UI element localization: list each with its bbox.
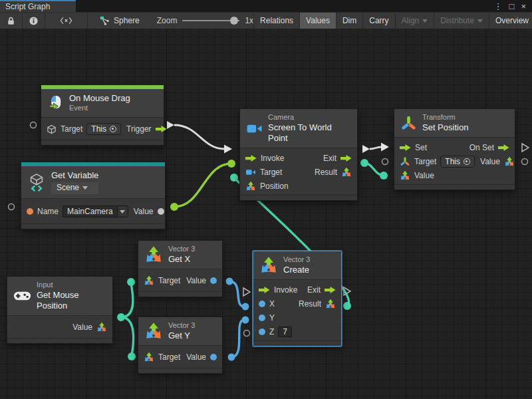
wire-trigger-to-invoke	[174, 125, 225, 149]
float-port-dot[interactable]	[259, 329, 265, 335]
value-port[interactable]: Value	[186, 352, 217, 362]
value-port[interactable]: Value	[72, 322, 107, 332]
set-port[interactable]: Set	[400, 143, 427, 152]
dim-button[interactable]: Dim	[336, 13, 362, 29]
trigger-port[interactable]: Trigger	[126, 124, 167, 134]
distribute-dropdown[interactable]: Distribute	[434, 13, 489, 29]
port-gety-value-out[interactable]	[228, 354, 235, 361]
node-footer	[41, 140, 164, 145]
port-invoke-in[interactable]	[224, 145, 232, 154]
flow-arrow-icon	[156, 125, 167, 133]
node-screen-to-world-point[interactable]: Camera Screen To World Point Invoke Exit	[239, 108, 358, 201]
node-get-variable[interactable]: Get Variable Scene Name MainCamera	[21, 162, 166, 229]
on-set-port[interactable]: On Set	[469, 143, 509, 152]
port-transform-target-unconnected[interactable]	[382, 159, 388, 165]
node-header: On Mouse Drag Event	[41, 89, 164, 118]
node-get-y[interactable]: Vector 3 Get Y Target Value	[138, 317, 223, 374]
y-port[interactable]: Y	[259, 313, 275, 323]
result-port[interactable]: Result	[299, 299, 336, 309]
node-kicker: Vector 3	[168, 245, 195, 254]
target-port[interactable]: Target	[144, 275, 180, 286]
node-get-mouse-position[interactable]: Input Get Mouse Position Value	[7, 276, 113, 344]
port-set-in[interactable]	[381, 143, 389, 152]
target-port[interactable]: Target	[144, 352, 180, 362]
exit-port[interactable]: Exit	[307, 285, 336, 295]
align-dropdown[interactable]: Align	[395, 13, 434, 29]
port-transform-value-in[interactable]	[380, 172, 388, 180]
string-port-dot[interactable]	[27, 208, 33, 215]
port-create-x-in[interactable]	[242, 303, 249, 311]
value-out-port[interactable]: Value	[480, 156, 515, 167]
value-in-port[interactable]: Value	[400, 170, 434, 181]
target-port[interactable]: Target This	[47, 123, 121, 135]
scope-dropdown[interactable]: Scene	[51, 182, 98, 194]
relations-button[interactable]: Relations	[253, 13, 299, 29]
zoom-slider[interactable]	[182, 17, 239, 25]
port-exit-out[interactable]	[362, 145, 370, 153]
values-button[interactable]: Values	[299, 13, 336, 29]
zoom-value: 1x	[245, 16, 253, 25]
lock-icon	[6, 16, 16, 26]
node-on-mouse-drag[interactable]: On Mouse Drag Event Target This T	[41, 84, 164, 146]
transform-icon	[400, 115, 417, 132]
port-transform-onset-unconnected[interactable]	[522, 144, 529, 152]
node-get-x[interactable]: Vector 3 Get X Target Value	[138, 240, 223, 297]
port-create-y-in[interactable]	[242, 317, 249, 324]
close-icon[interactable]: ×	[519, 2, 528, 11]
menu-icon[interactable]: ⋮	[492, 2, 505, 11]
maximize-icon[interactable]: □	[507, 2, 517, 11]
self-target-icon	[464, 158, 470, 165]
z-value-field[interactable]: 7	[278, 327, 292, 337]
float-port-dot[interactable]	[259, 301, 265, 307]
tab-script-graph[interactable]: Script Graph	[0, 0, 76, 12]
target-port[interactable]: Target	[245, 167, 282, 178]
port-getx-value-out[interactable]	[226, 278, 233, 285]
value-port[interactable]: Value	[134, 207, 164, 216]
lock-button[interactable]	[0, 13, 23, 29]
port-trigger-out[interactable]	[167, 121, 174, 129]
float-port-dot[interactable]	[210, 354, 217, 360]
port-camera-position-in[interactable]	[230, 174, 238, 182]
variable-name-field[interactable]: MainCamera	[63, 205, 128, 217]
float-port-dot[interactable]	[259, 315, 265, 321]
object-port-dot[interactable]	[158, 208, 164, 215]
name-port[interactable]: Name MainCamera	[27, 205, 128, 217]
this-target-pill[interactable]: This	[440, 156, 475, 168]
port-input-value-out[interactable]	[117, 313, 125, 321]
port-transform-valueout-unconnected[interactable]	[522, 159, 528, 165]
invoke-port[interactable]: Invoke	[259, 285, 297, 295]
carry-button[interactable]: Carry	[362, 13, 394, 29]
x-port[interactable]: X	[259, 299, 275, 309]
port-getx-target-in[interactable]	[127, 278, 135, 286]
node-set-position[interactable]: Transform Set Position Set On Set	[394, 108, 515, 190]
port-variable-value-out[interactable]	[170, 203, 178, 211]
exit-port[interactable]: Exit	[323, 154, 352, 163]
invoke-port[interactable]: Invoke	[245, 154, 284, 163]
port-gety-target-in[interactable]	[128, 352, 136, 360]
toolbar-right-group: Relations Values Dim Carry Align Distrib…	[253, 13, 532, 29]
port-camera-result-out[interactable]	[360, 159, 368, 167]
node-vector3-create[interactable]: Vector 3 Create Invoke Exit	[253, 251, 342, 346]
variable-picker-button[interactable]	[117, 206, 128, 217]
port-mousedrag-target-unconnected[interactable]	[31, 122, 37, 128]
info-button[interactable]	[23, 13, 45, 29]
port-create-result-out[interactable]	[343, 302, 351, 310]
result-port[interactable]: Result	[315, 167, 352, 178]
graph-canvas[interactable]: On Mouse Drag Event Target This T	[0, 29, 532, 399]
port-create-z-unconnected[interactable]	[244, 331, 250, 336]
position-port[interactable]: Position	[245, 181, 289, 192]
value-port[interactable]: Value	[186, 276, 217, 285]
z-port[interactable]: Z 7	[259, 327, 292, 337]
port-create-invoke-unconnected[interactable]	[243, 288, 250, 296]
port-camera-target-in[interactable]	[227, 160, 235, 168]
graph-breadcrumb[interactable]: Sphere	[100, 13, 140, 29]
zoom-slider-handle[interactable]	[230, 17, 238, 25]
node-header: Transform Set Position	[394, 109, 515, 138]
this-target-pill[interactable]: This	[86, 123, 121, 135]
port-variable-name-unconnected[interactable]	[9, 204, 15, 210]
wire-variable-to-target	[174, 164, 231, 207]
overview-button[interactable]: Overview	[489, 13, 532, 29]
target-port[interactable]: Target This	[400, 156, 475, 168]
code-preview-button[interactable]	[45, 13, 88, 29]
float-port-dot[interactable]	[210, 277, 217, 284]
